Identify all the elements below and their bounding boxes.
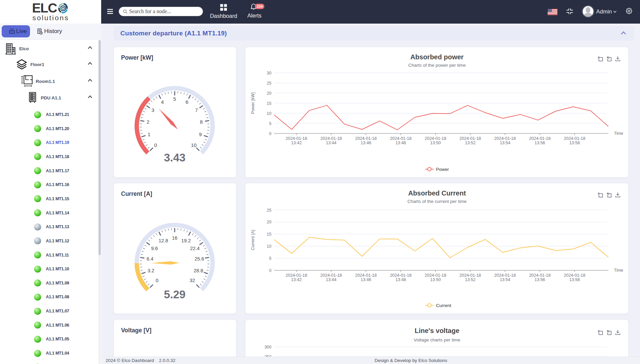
svg-text:Power: Power <box>436 167 449 172</box>
svg-text:20: 20 <box>267 91 271 96</box>
svg-text:13:46: 13:46 <box>361 141 371 145</box>
svg-text:Absorbed power: Absorbed power <box>410 53 464 61</box>
svg-text:2024-01-18: 2024-01-18 <box>390 136 411 141</box>
svg-text:13:52: 13:52 <box>465 277 475 282</box>
svg-text:4: 4 <box>161 99 164 105</box>
svg-text:25.6: 25.6 <box>195 256 204 262</box>
svg-text:Line's voltage: Line's voltage <box>415 327 460 334</box>
svg-text:9.6: 9.6 <box>151 246 158 251</box>
svg-text:13:50: 13:50 <box>430 141 441 145</box>
svg-text:2024-01-18: 2024-01-18 <box>494 136 516 141</box>
svg-text:13:56: 13:56 <box>534 141 545 145</box>
svg-text:30: 30 <box>267 71 271 75</box>
svg-text:2: 2 <box>147 119 149 125</box>
svg-text:15: 15 <box>267 232 271 237</box>
svg-text:10: 10 <box>191 142 197 148</box>
svg-text:3: 3 <box>151 107 154 113</box>
svg-text:Power [kW]: Power [kW] <box>251 92 255 114</box>
svg-text:3.2: 3.2 <box>148 268 154 273</box>
svg-text:2024-01-18: 2024-01-18 <box>494 273 516 278</box>
svg-text:13:42: 13:42 <box>291 141 301 145</box>
svg-text:28.8: 28.8 <box>194 268 203 273</box>
svg-text:2024-01-18: 2024-01-18 <box>320 273 342 278</box>
svg-text:13:58: 13:58 <box>569 141 580 145</box>
svg-text:2024-01-18: 2024-01-18 <box>564 136 585 141</box>
svg-text:2024-01-18: 2024-01-18 <box>460 136 481 141</box>
svg-text:13:48: 13:48 <box>396 277 406 282</box>
svg-text:19.2: 19.2 <box>181 238 191 243</box>
svg-text:Time: Time <box>614 131 623 136</box>
svg-text:13:50: 13:50 <box>430 277 441 282</box>
svg-text:13:56: 13:56 <box>534 277 545 282</box>
svg-text:13:44: 13:44 <box>326 141 336 145</box>
svg-text:Charts of the power per time: Charts of the power per time <box>408 63 466 68</box>
svg-text:13:44: 13:44 <box>326 277 336 282</box>
svg-text:20: 20 <box>267 220 271 224</box>
svg-text:Voltage charts per time: Voltage charts per time <box>414 337 460 342</box>
svg-text:0: 0 <box>269 131 271 136</box>
svg-text:13:54: 13:54 <box>500 277 510 282</box>
svg-text:5.29: 5.29 <box>164 288 185 301</box>
svg-text:2024-01-18: 2024-01-18 <box>390 273 411 278</box>
svg-text:13:46: 13:46 <box>361 277 371 282</box>
svg-text:2024-01-18: 2024-01-18 <box>355 136 377 141</box>
svg-text:5: 5 <box>269 256 271 261</box>
svg-text:Absorbed Current: Absorbed Current <box>408 189 466 197</box>
svg-text:16: 16 <box>172 235 177 241</box>
svg-text:2024-01-18: 2024-01-18 <box>564 273 585 278</box>
svg-text:22.4: 22.4 <box>190 246 200 251</box>
svg-text:0: 0 <box>154 142 157 148</box>
svg-text:2024-01-18: 2024-01-18 <box>460 273 481 278</box>
svg-text:12.8: 12.8 <box>158 238 168 243</box>
svg-text:Current: Current <box>436 303 451 308</box>
svg-text:13:48: 13:48 <box>396 141 406 145</box>
svg-text:32: 32 <box>190 278 195 283</box>
svg-text:13:42: 13:42 <box>291 277 301 282</box>
svg-text:2024-01-18: 2024-01-18 <box>425 273 446 278</box>
svg-text:2024-01-18: 2024-01-18 <box>286 136 307 141</box>
svg-text:10: 10 <box>267 244 271 249</box>
svg-text:6: 6 <box>185 99 188 105</box>
svg-text:2024-01-18: 2024-01-18 <box>425 136 446 141</box>
svg-text:3.43: 3.43 <box>164 151 185 164</box>
svg-text:2024-01-18: 2024-01-18 <box>320 136 342 141</box>
svg-text:15: 15 <box>267 101 271 106</box>
svg-text:5: 5 <box>173 96 176 102</box>
svg-text:2024-01-18: 2024-01-18 <box>286 273 307 278</box>
svg-text:2024-01-18: 2024-01-18 <box>355 273 377 278</box>
svg-text:2024-01-18: 2024-01-18 <box>529 273 551 278</box>
svg-text:5: 5 <box>269 121 271 126</box>
svg-text:7: 7 <box>195 107 198 113</box>
svg-text:Charts of the current per time: Charts of the current per time <box>407 199 467 204</box>
svg-text:300: 300 <box>264 345 271 350</box>
svg-text:2024-01-18: 2024-01-18 <box>529 136 551 141</box>
svg-text:25: 25 <box>267 81 271 86</box>
svg-text:25: 25 <box>267 208 271 213</box>
svg-text:1: 1 <box>148 131 150 137</box>
svg-text:6.4: 6.4 <box>147 256 153 262</box>
svg-text:13:54: 13:54 <box>500 141 510 145</box>
svg-text:Time: Time <box>614 268 623 273</box>
svg-text:10: 10 <box>267 111 271 116</box>
svg-text:9: 9 <box>199 131 202 137</box>
svg-text:8: 8 <box>200 119 203 125</box>
svg-text:Current [A]: Current [A] <box>251 230 255 250</box>
svg-text:0: 0 <box>156 278 158 283</box>
svg-text:13:52: 13:52 <box>465 141 475 145</box>
svg-text:0: 0 <box>269 268 271 273</box>
svg-text:13:58: 13:58 <box>569 277 580 282</box>
